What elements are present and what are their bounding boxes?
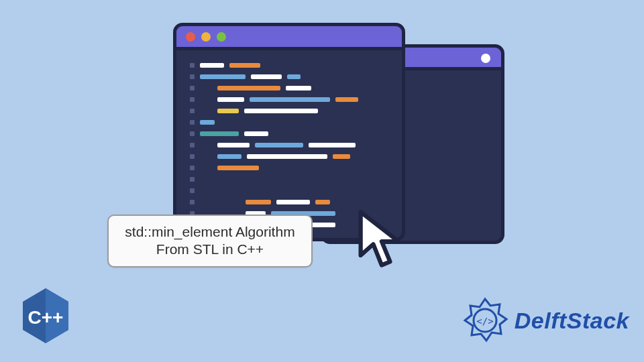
delftstack-logo: </> DelftStack: [461, 296, 629, 345]
svg-text:</>: </>: [476, 316, 493, 326]
code-area: [176, 50, 402, 238]
delftstack-mark-icon: </>: [461, 296, 509, 345]
delftstack-wordmark: DelftStack: [515, 308, 629, 334]
caption-card: std::min_element Algorithm From STL in C…: [107, 215, 313, 267]
window-titlebar-front: [176, 26, 402, 50]
cpp-hex-icon: C++: [20, 287, 71, 345]
caption-line-1: std::min_element Algorithm: [118, 223, 302, 241]
code-window-front: [173, 23, 405, 241]
traffic-light-yellow-icon: [201, 32, 211, 42]
traffic-light-red-icon: [186, 32, 195, 42]
window-dot-icon: [481, 54, 490, 63]
caption-line-2: From STL in C++: [118, 241, 302, 258]
traffic-light-green-icon: [217, 32, 226, 42]
cpp-badge-text: C++: [28, 307, 64, 328]
